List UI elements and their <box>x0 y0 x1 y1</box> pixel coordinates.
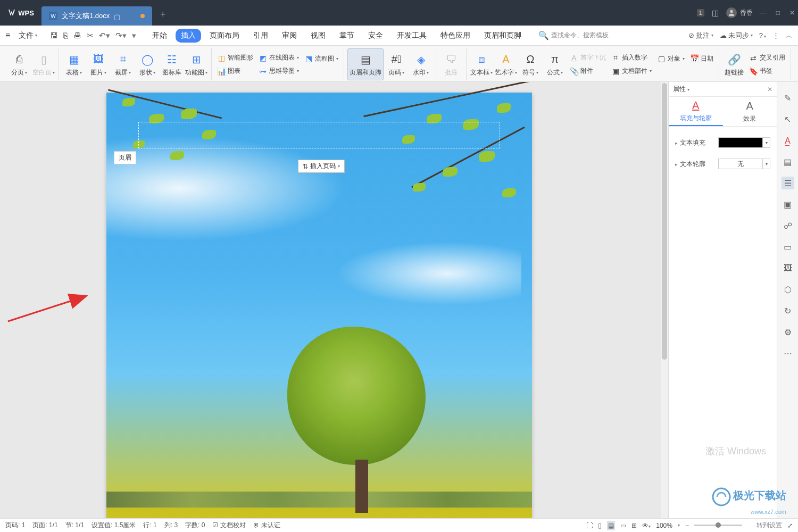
save-icon[interactable]: 🖫 <box>50 31 58 40</box>
text-outline-value[interactable]: 无 <box>718 159 763 169</box>
textbox-button[interactable]: ⧈文本框▾ <box>470 48 493 80</box>
shape-button[interactable]: ◯形状▾ <box>136 48 159 80</box>
status-line[interactable]: 行: 1 <box>143 521 156 530</box>
more-icon[interactable]: ⋮ <box>772 31 779 39</box>
tab-header-footer-context[interactable]: 页眉和页脚 <box>479 29 527 43</box>
select-tool-icon[interactable]: ↖ <box>782 113 794 126</box>
theme-icon[interactable]: ◫ <box>712 9 719 17</box>
view-mode-1-icon[interactable]: ▯ <box>598 522 602 529</box>
tab-insert[interactable]: 插入 <box>176 29 201 43</box>
fullscreen-icon[interactable]: ⛶ <box>586 522 593 529</box>
status-page-no[interactable]: 页码: 1 <box>5 521 25 530</box>
status-spellcheck[interactable]: ☑ 文档校对 <box>212 521 245 530</box>
status-position[interactable]: 设置值: 1.5厘米 <box>92 521 136 530</box>
view-mode-3-icon[interactable]: ▭ <box>620 522 626 529</box>
hamburger-icon[interactable]: ≡ <box>5 31 10 40</box>
status-cert[interactable]: ⛨ 未认证 <box>253 521 280 530</box>
page-number-button[interactable]: #⃣页码▾ <box>385 48 408 80</box>
outline-dropdown-icon[interactable]: ▾ <box>763 159 770 169</box>
convert-settings[interactable]: 转到设置 <box>757 521 782 530</box>
undo-icon[interactable]: ↶▾ <box>99 31 110 40</box>
dropcap-button[interactable]: A̲首字下沉 <box>568 52 608 63</box>
status-col[interactable]: 列: 3 <box>164 521 178 530</box>
zoom-out-icon[interactable]: − <box>685 522 689 529</box>
mindmap-button[interactable]: ⊶思维导图▾ <box>256 65 301 77</box>
smartart-button[interactable]: ◫智能图形 <box>215 52 255 63</box>
tab-review[interactable]: 审阅 <box>277 29 302 43</box>
document-page[interactable]: 页眉 ⇅ 插入页码 ▾ <box>106 93 532 518</box>
date-button[interactable]: 📅日期 <box>688 53 716 64</box>
edit-tool-icon[interactable]: ✎ <box>782 92 794 104</box>
attachment-button[interactable]: 📎附件 <box>568 65 608 77</box>
print-icon[interactable]: 🖶 <box>73 31 81 40</box>
bookmark-button[interactable]: 🔖书签 <box>747 65 787 77</box>
watermark-button[interactable]: ◈水印▾ <box>409 48 433 80</box>
online-chart-button[interactable]: ◩在线图表▾ <box>256 52 301 63</box>
fill-dropdown-icon[interactable]: ▾ <box>763 137 770 148</box>
close-button[interactable]: ✕ <box>789 9 795 16</box>
view-mode-2-icon[interactable]: ▤ <box>607 521 615 530</box>
help-icon[interactable]: ?▾ <box>759 31 766 39</box>
tab-developer[interactable]: 开发工具 <box>392 29 432 43</box>
print-preview-icon[interactable]: ⎘ <box>63 31 68 40</box>
layout-tool-icon[interactable]: ▣ <box>782 198 794 211</box>
user-account[interactable]: 香香 <box>726 7 753 18</box>
tab-start[interactable]: 开始 <box>147 29 172 43</box>
tab-sections[interactable]: 章节 <box>334 29 360 43</box>
wordart-button[interactable]: A艺术字▾ <box>494 48 518 80</box>
tab-security[interactable]: 安全 <box>363 29 388 43</box>
formula-button[interactable]: π公式▾ <box>543 48 567 80</box>
image-tool-icon[interactable]: 🖼 <box>782 262 794 275</box>
image-button[interactable]: 🖼图片▾ <box>87 48 110 80</box>
document-canvas[interactable]: 页眉 ⇅ 插入页码 ▾ <box>0 82 668 518</box>
panel-tab-effects[interactable]: A 效果 <box>723 97 777 126</box>
status-words[interactable]: 字数: 0 <box>185 521 205 530</box>
minimize-button[interactable]: — <box>760 9 767 16</box>
panel-tab-fill-outline[interactable]: A 填充与轮廓 <box>669 97 723 126</box>
settings-tool-icon[interactable]: ⚙ <box>782 326 794 338</box>
more-tools-icon[interactable]: ⋯ <box>782 347 794 360</box>
tab-references[interactable]: 引用 <box>248 29 273 43</box>
command-search[interactable]: 🔍 查找命令、搜索模板 <box>538 30 609 40</box>
history-tool-icon[interactable]: ↻ <box>782 304 794 317</box>
zoom-slider[interactable] <box>694 525 742 526</box>
tab-view[interactable]: 视图 <box>305 29 331 43</box>
expand-icon[interactable]: ⤢ <box>787 522 793 529</box>
grid-icon-1[interactable]: ▦ <box>794 53 798 63</box>
insert-page-number-popup[interactable]: ⇅ 插入页码 ▾ <box>298 160 345 173</box>
flowchart-button[interactable]: ⬔流程图▾ <box>302 53 340 64</box>
text-fill-row[interactable]: ▸文本填充 ▾ <box>673 132 772 153</box>
text-outline-row[interactable]: ▸文本轮廓 无▾ <box>673 153 772 174</box>
symbol-button[interactable]: Ω符号▾ <box>519 48 542 80</box>
blank-page-button[interactable]: ▯空白页▾ <box>32 48 55 80</box>
style-tool-icon[interactable]: A̲ <box>782 134 794 147</box>
object-button[interactable]: ▢对象▾ <box>655 53 687 64</box>
page-break-button[interactable]: ⎙分页▾ <box>7 48 31 80</box>
collapse-ribbon-icon[interactable]: ︿ <box>786 31 793 40</box>
zoom-value[interactable]: 100% <box>656 522 672 529</box>
text-fill-color-swatch[interactable] <box>718 137 763 148</box>
icon-library-button[interactable]: ☷图标库 <box>160 48 184 80</box>
cut-icon[interactable]: ✂ <box>87 31 94 40</box>
redo-icon[interactable]: ↷▾ <box>115 31 127 40</box>
chart-button[interactable]: 📊图表 <box>215 65 255 77</box>
table-button[interactable]: ▦表格▾ <box>62 48 86 80</box>
comment-button[interactable]: 🗨批注 <box>439 48 463 80</box>
page-header-area[interactable] <box>138 122 500 148</box>
vertical-scrollbar[interactable] <box>662 83 667 360</box>
notification-badge[interactable]: 1 <box>697 9 704 16</box>
screenshot-button[interactable]: ⌗截屏▾ <box>111 48 135 80</box>
status-page[interactable]: 页面: 1/1 <box>32 521 57 530</box>
insert-number-button[interactable]: ⌗插入数字 <box>609 52 654 63</box>
tab-featured[interactable]: 特色应用 <box>435 29 476 43</box>
link-tool-icon[interactable]: ☍ <box>782 219 794 232</box>
shield-tool-icon[interactable]: ⬡ <box>782 283 794 296</box>
doc-parts-button[interactable]: ▣文档部件▾ <box>609 65 654 77</box>
eye-icon[interactable]: 👁▾ <box>642 522 651 529</box>
page-tool-icon[interactable]: ▭ <box>782 240 794 253</box>
status-section[interactable]: 节: 1/1 <box>65 521 84 530</box>
comment-toggle[interactable]: ⊘批注▾ <box>688 31 713 40</box>
function-chart-button[interactable]: ⊞功能图▾ <box>185 48 208 80</box>
paragraph-tool-icon[interactable]: ▤ <box>782 155 794 168</box>
add-tab-button[interactable]: + <box>152 9 173 20</box>
